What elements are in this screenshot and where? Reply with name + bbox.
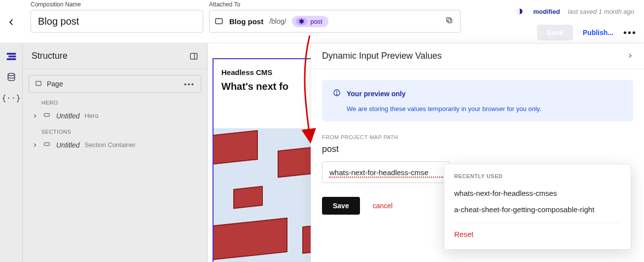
attached-to-field[interactable]: Blog post /blog/ ✱ post — [209, 10, 461, 33]
reset-button[interactable]: Reset — [454, 228, 621, 240]
composition-name-input[interactable] — [31, 10, 203, 33]
back-button[interactable] — [7, 18, 16, 27]
dim-overlay — [0, 43, 208, 262]
preview-frame: Headless CMS What's next fo — [213, 58, 314, 262]
page-icon — [215, 17, 223, 26]
svg-rect-2 — [447, 18, 451, 22]
publish-button[interactable]: Publish... — [583, 29, 613, 37]
panel-cancel-button[interactable]: cancel — [373, 202, 393, 210]
panel-save-button[interactable]: Save — [322, 197, 360, 215]
field-label: FROM PROJECT MAP PATH — [322, 134, 633, 140]
composition-name-label: Composition Name — [31, 1, 81, 8]
attached-name: Blog post — [229, 17, 263, 26]
svg-rect-1 — [448, 19, 452, 23]
svg-point-18 — [336, 94, 337, 95]
chip-label: post — [310, 18, 322, 25]
chevron-right-icon[interactable] — [627, 51, 633, 61]
last-saved-label: last saved 1 month ago — [568, 8, 634, 15]
panel-header: Dynamic Input Preview Values — [311, 43, 644, 69]
recent-item[interactable]: whats-next-for-headless-cmses — [454, 185, 621, 201]
preview-category: Headless CMS — [221, 68, 305, 76]
panel-title: Dynamic Input Preview Values — [322, 51, 442, 61]
asterisk-icon: ✱ — [296, 18, 307, 25]
info-heading: Your preview only — [347, 90, 406, 98]
attached-to-label: Attached To — [209, 1, 240, 8]
copy-icon[interactable] — [445, 16, 455, 26]
info-banner: Your preview only We are storing these v… — [322, 80, 633, 121]
modified-icon — [516, 8, 523, 15]
info-icon — [333, 89, 341, 98]
preview-image-stub — [214, 128, 313, 262]
status-area: modified last saved 1 month ago — [516, 0, 634, 23]
attached-path: /blog/ — [269, 17, 286, 25]
save-button[interactable]: Save — [537, 25, 573, 40]
info-body: We are storing these values temporarily … — [347, 105, 622, 112]
recently-used-popover: RECENTLY USED whats-next-for-headless-cm… — [444, 164, 631, 250]
recent-item[interactable]: a-cheat-sheet-for-getting-composable-rig… — [454, 201, 621, 218]
post-name: post — [322, 144, 633, 154]
slug-input[interactable] — [322, 161, 450, 183]
dynamic-segment-chip[interactable]: ✱ post — [292, 16, 328, 27]
top-bar: Composition Name Attached To Blog post /… — [0, 0, 644, 43]
popover-label: RECENTLY USED — [454, 173, 621, 179]
preview-title: What's next fo — [221, 81, 305, 92]
svg-rect-0 — [215, 19, 222, 24]
more-menu-button[interactable]: ••• — [623, 28, 634, 38]
top-actions: Save Publish... ••• — [537, 23, 634, 42]
modified-label: modified — [533, 8, 560, 15]
